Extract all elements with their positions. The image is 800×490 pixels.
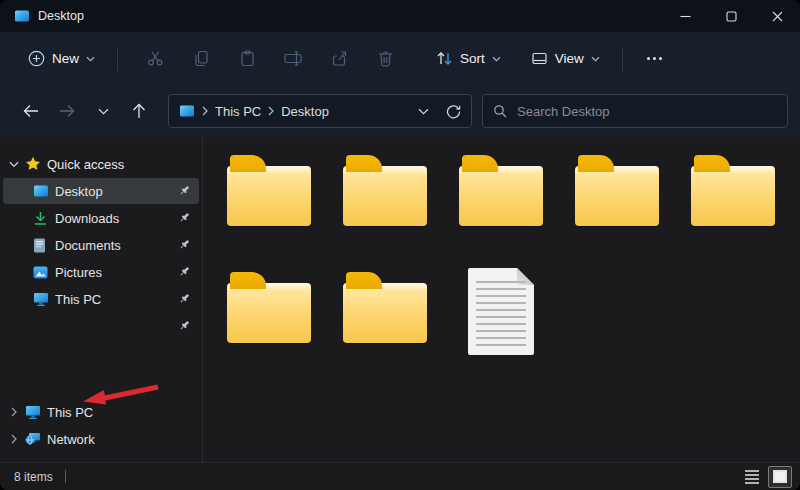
star-icon: [25, 156, 47, 172]
search-box[interactable]: Search Desktop: [482, 94, 788, 128]
chevron-down-icon: [86, 56, 95, 62]
details-view-icon: [745, 470, 759, 484]
sidebar-item-pictures[interactable]: Pictures: [3, 259, 199, 285]
status-divider: [65, 470, 66, 483]
large-icons-view-button[interactable]: [768, 466, 792, 488]
folder-icon: [691, 155, 775, 227]
paste-icon: [239, 50, 256, 67]
sidebar-item-label: This PC: [55, 292, 101, 307]
ellipsis-icon: [647, 57, 662, 60]
chevron-right-icon[interactable]: [3, 407, 25, 417]
back-button[interactable]: [16, 96, 46, 126]
details-view-button[interactable]: [740, 466, 764, 488]
breadcrumb-this-pc[interactable]: This PC: [215, 104, 261, 119]
chevron-down-icon: [591, 56, 600, 62]
see-more-button[interactable]: [637, 42, 673, 76]
sidebar-item-desktop[interactable]: Desktop: [3, 178, 199, 204]
folder-item[interactable]: [575, 155, 659, 227]
new-button[interactable]: New: [20, 44, 103, 73]
search-icon: [493, 104, 507, 118]
folder-item[interactable]: [691, 155, 775, 227]
copy-icon: [193, 50, 210, 67]
copy-button[interactable]: [178, 42, 224, 76]
up-button[interactable]: [124, 96, 154, 126]
sidebar-item-label: Documents: [55, 238, 121, 253]
sidebar-item-this-pc-pinned[interactable]: This PC: [3, 286, 199, 312]
sort-button[interactable]: Sort: [428, 44, 509, 73]
titlebar: Desktop: [0, 0, 800, 32]
search-placeholder: Search Desktop: [517, 104, 610, 119]
plus-circle-icon: [28, 50, 45, 67]
folder-icon: [343, 272, 427, 344]
sort-button-label: Sort: [460, 51, 485, 66]
sidebar-item-downloads[interactable]: Downloads: [3, 205, 199, 231]
pin-icon: [178, 292, 191, 305]
address-bar[interactable]: This PC Desktop: [168, 94, 472, 128]
chevron-right-icon: [268, 106, 274, 116]
folder-item[interactable]: [459, 155, 543, 227]
file-list: [203, 137, 800, 462]
pin-icon: [178, 184, 191, 197]
pictures-icon: [33, 265, 55, 280]
minimize-button[interactable]: [662, 0, 708, 32]
navigation-pane: Quick access Desktop Downloads: [0, 137, 203, 462]
desktop-icon: [33, 183, 55, 199]
refresh-icon[interactable]: [446, 104, 461, 119]
sidebar-item-label: Desktop: [55, 184, 103, 199]
window-title: Desktop: [38, 9, 84, 23]
folder-icon: [227, 155, 311, 227]
documents-icon: [33, 238, 55, 253]
breadcrumb-desktop[interactable]: Desktop: [281, 104, 329, 119]
pin-icon: [178, 319, 191, 332]
maximize-button[interactable]: [708, 0, 754, 32]
sidebar-item-label: Downloads: [55, 211, 119, 226]
close-button[interactable]: [754, 0, 800, 32]
new-button-label: New: [52, 51, 79, 66]
view-button[interactable]: View: [523, 44, 608, 73]
large-icons-view-icon: [773, 470, 787, 483]
text-document-icon: [468, 268, 534, 355]
folder-item[interactable]: [227, 155, 311, 227]
rename-button[interactable]: [270, 42, 316, 76]
status-bar: 8 items: [0, 462, 800, 490]
command-toolbar: New: [0, 32, 800, 85]
toolbar-separator: [117, 47, 118, 71]
folder-item[interactable]: [227, 272, 311, 355]
paste-button[interactable]: [224, 42, 270, 76]
pin-icon: [178, 265, 191, 278]
pin-icon: [178, 211, 191, 224]
sidebar-tree-network[interactable]: Network: [3, 426, 199, 452]
recent-locations-button[interactable]: [88, 96, 118, 126]
cut-icon: [147, 50, 164, 67]
downloads-icon: [33, 211, 55, 226]
file-item[interactable]: [459, 272, 543, 355]
sort-icon: [436, 50, 453, 67]
sidebar-item-quick-access[interactable]: Quick access: [3, 151, 199, 177]
forward-button[interactable]: [52, 96, 82, 126]
items-count: 8 items: [14, 470, 53, 484]
folder-icon: [575, 155, 659, 227]
toolbar-separator: [622, 47, 623, 71]
sidebar-item-documents[interactable]: Documents: [3, 232, 199, 258]
view-button-label: View: [555, 51, 584, 66]
cut-button[interactable]: [132, 42, 178, 76]
navigation-bar: This PC Desktop Search Desktop: [0, 85, 800, 137]
pin-icon: [178, 238, 191, 251]
share-button[interactable]: [316, 42, 362, 76]
folder-icon: [459, 155, 543, 227]
delete-button[interactable]: [362, 42, 408, 76]
folder-item[interactable]: [343, 272, 427, 355]
chevron-down-icon: [492, 56, 501, 62]
folder-item[interactable]: [343, 155, 427, 227]
view-icon: [531, 50, 548, 67]
folder-icon: [227, 272, 311, 344]
file-explorer-window: Desktop New: [0, 0, 800, 490]
address-dropdown-chevron-icon[interactable]: [418, 108, 429, 115]
chevron-down-icon[interactable]: [3, 161, 25, 168]
red-arrow-annotation: [80, 379, 165, 409]
network-icon: [25, 431, 47, 447]
share-icon: [331, 50, 348, 67]
chevron-right-icon[interactable]: [3, 434, 25, 444]
rename-icon: [284, 50, 302, 67]
sidebar-item-pinned-unlabeled[interactable]: [3, 313, 199, 339]
